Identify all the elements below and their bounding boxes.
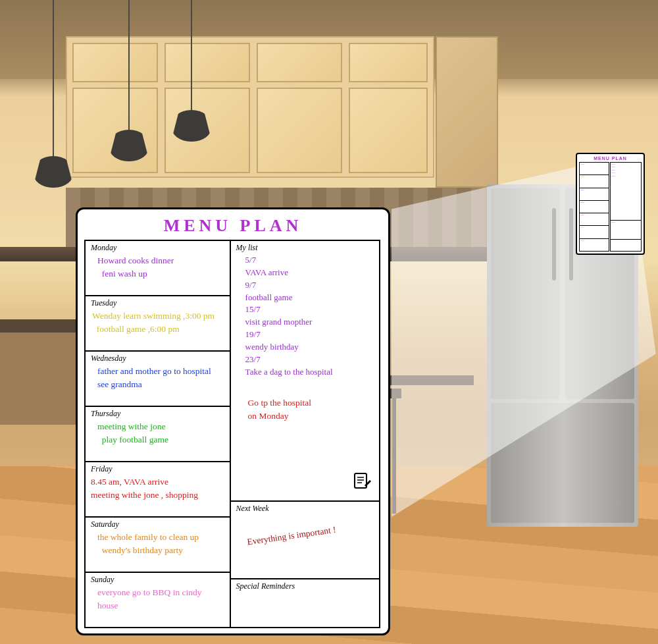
notes-column: My list 5/7 VAVA arrive 9/7 football gam…: [231, 240, 380, 628]
mylist-note: Go tp the hospital on Monday: [236, 396, 374, 422]
tall-cabinet: [436, 36, 498, 188]
planner-grid: Monday Howard cooks dinner feni wash up …: [86, 240, 380, 628]
day-label: Monday: [91, 243, 224, 253]
fridge-door-left: [491, 188, 560, 399]
day-label: Saturday: [91, 520, 224, 529]
cell-tuesday: Tuesday Wenday learn swimming ,3:00 pm f…: [84, 295, 231, 352]
cell-friday: Friday 8.45 am, VAVA arrivemeeting withe…: [84, 461, 231, 518]
cell-special-reminders: Special Reminders: [230, 578, 380, 628]
day-content: meeting withe jone play football game: [91, 420, 224, 446]
nextweek-text: Everything is important !: [236, 515, 374, 543]
day-label: Tuesday: [91, 298, 224, 308]
svg-rect-0: [355, 473, 367, 488]
notepad-icon: [353, 471, 372, 495]
pendant-light: [128, 0, 130, 132]
pendant-light: [53, 0, 54, 158]
day-label: Sunday: [91, 575, 224, 585]
day-content: the whole family to clean up wendy's bir…: [91, 531, 224, 556]
day-content: 8.45 am, VAVA arrivemeeting withe jone ,…: [91, 475, 224, 501]
section-label: My list: [236, 243, 374, 253]
cell-saturday: Saturday the whole family to clean up we…: [84, 516, 231, 573]
cell-mylist: My list 5/7 VAVA arrive 9/7 football gam…: [230, 240, 380, 502]
section-label: Next Week: [236, 504, 374, 514]
day-label: Friday: [91, 464, 224, 474]
cell-thursday: Thursday meeting withe jone play footbal…: [84, 406, 231, 462]
kitchen-island: [0, 319, 76, 425]
menu-planner-board: MENU PLAN Monday Howard cooks dinner fen…: [76, 207, 390, 635]
day-label: Wednesday: [91, 354, 224, 363]
planner-title: MENU PLAN: [86, 216, 380, 236]
days-column: Monday Howard cooks dinner feni wash up …: [86, 240, 231, 628]
day-content: everyone go to BBQ in cindyhouse: [91, 586, 224, 612]
cell-nextweek: Next Week Everything is important !: [230, 500, 380, 579]
pendant-light: [191, 0, 192, 112]
mini-title: MENU PLAN: [579, 156, 642, 161]
cell-monday: Monday Howard cooks dinner feni wash up: [84, 240, 231, 296]
cell-sunday: Sunday everyone go to BBQ in cindyhouse: [84, 572, 231, 628]
section-label: Special Reminders: [236, 581, 374, 591]
day-content: Howard cooks dinner feni wash up: [91, 254, 224, 280]
day-label: Thursday: [91, 409, 224, 419]
day-content: Wenday learn swimming ,3:00 pm football …: [91, 309, 224, 335]
fridge-drawer: [491, 403, 634, 523]
day-content: father and mother go to hospitalsee gran…: [91, 365, 224, 390]
mylist-items: 5/7 VAVA arrive 9/7 football game 15/7 v…: [236, 254, 374, 378]
cell-wednesday: Wednesday father and mother go to hospit…: [84, 350, 231, 407]
mini-planner-on-fridge: MENU PLAN ── ── ── ── ── ── ── ─────────…: [576, 153, 645, 255]
